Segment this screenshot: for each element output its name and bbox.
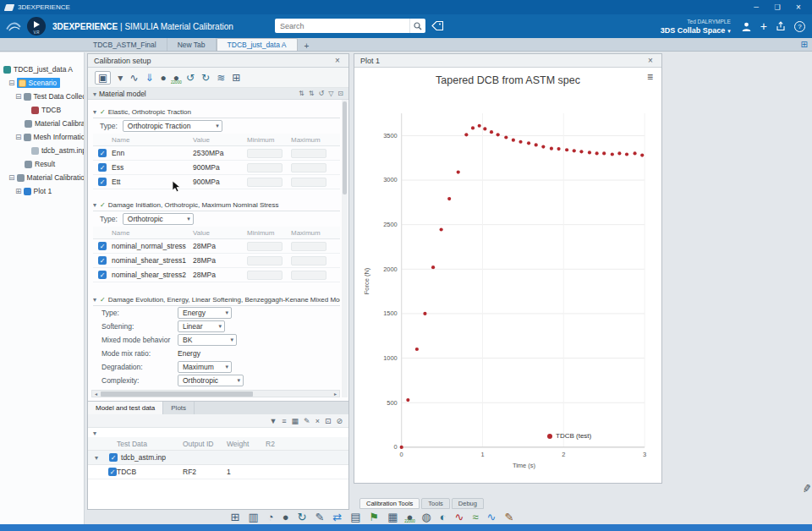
- import-data-icon[interactable]: ⇓: [145, 71, 153, 85]
- mesh-count-icon[interactable]: ●22000: [406, 510, 413, 523]
- minimum-input[interactable]: [247, 178, 283, 187]
- user-space-selector[interactable]: Ted DALRYMPLE 3DS Collab Space: [661, 17, 731, 36]
- tab-tdcb-astm-final[interactable]: TDCB_ASTM_Final: [83, 38, 167, 51]
- mesh-count-icon[interactable]: ●22000: [173, 71, 179, 85]
- tab-tdcb-just-data-a[interactable]: TDCB_just_data A: [217, 38, 298, 51]
- search-button[interactable]: [409, 19, 425, 33]
- param-value[interactable]: 28MPa: [193, 256, 247, 265]
- tree-item-tdcb[interactable]: TDCB: [0, 103, 84, 117]
- vertical-scrollbar[interactable]: [342, 100, 348, 397]
- plot-tab-label[interactable]: Plot 1: [360, 57, 380, 65]
- sphere-icon[interactable]: ●: [283, 510, 289, 523]
- filter-icon[interactable]: ▼: [269, 417, 277, 425]
- expander-icon[interactable]: [8, 174, 15, 182]
- grid-icon[interactable]: ▦: [292, 417, 299, 425]
- redo-icon[interactable]: ↻: [201, 71, 210, 85]
- tab-new-tab[interactable]: New Tab: [167, 38, 217, 51]
- horizontal-scrollbar[interactable]: [91, 390, 340, 397]
- view-mode-caret-icon[interactable]: ▾: [118, 71, 123, 85]
- minimum-input[interactable]: [247, 271, 283, 280]
- expander-icon[interactable]: [15, 93, 22, 101]
- elastic-type-select[interactable]: Orthotropic Traction: [123, 120, 222, 132]
- close-button[interactable]: [790, 2, 807, 14]
- param-value[interactable]: 28MPa: [193, 242, 247, 250]
- create-plot-icon[interactable]: ≋: [217, 71, 225, 85]
- softening-select[interactable]: Linear: [178, 320, 225, 332]
- close-icon[interactable]: [645, 56, 656, 65]
- reset-icon[interactable]: ↺: [318, 90, 324, 97]
- param-value[interactable]: 900MPa: [193, 163, 247, 172]
- complexity-select[interactable]: Orthotropic: [178, 375, 244, 386]
- remove-icon[interactable]: ×: [315, 417, 320, 425]
- maximum-input[interactable]: [291, 256, 326, 266]
- tab-calibration-tools[interactable]: Calibration Tools: [359, 498, 420, 509]
- maximum-input[interactable]: [291, 178, 326, 187]
- tab-model-and-test-data[interactable]: Model and test data: [88, 402, 163, 414]
- row-checkbox[interactable]: [98, 149, 107, 157]
- chart-menu-icon[interactable]: [647, 71, 653, 83]
- delete-icon[interactable]: ⊘: [336, 417, 343, 425]
- minimum-input[interactable]: [247, 163, 283, 172]
- refresh-icon[interactable]: ↻: [298, 510, 307, 523]
- param-value[interactable]: 28MPa: [193, 271, 247, 279]
- globe-icon[interactable]: ◐: [440, 510, 447, 523]
- curve-blue-icon[interactable]: ∿: [487, 510, 497, 523]
- matrix-icon[interactable]: ▦: [387, 510, 398, 523]
- maximum-input[interactable]: [291, 271, 326, 280]
- tree-item-root[interactable]: TDCB_just_data A: [0, 63, 84, 76]
- maximize-button[interactable]: [769, 2, 786, 14]
- row-checkbox[interactable]: [98, 271, 107, 279]
- copy-icon[interactable]: ⊡: [337, 90, 343, 97]
- expander-icon[interactable]: [8, 79, 15, 87]
- table-icon[interactable]: ⊞: [231, 510, 240, 523]
- plot-tool-icon[interactable]: ∿: [129, 71, 138, 85]
- maximum-input[interactable]: [291, 149, 326, 158]
- annotate-chart-icon[interactable]: ✎: [315, 510, 324, 523]
- tab-tools[interactable]: Tools: [421, 498, 450, 509]
- scroll-left-icon[interactable]: [92, 391, 100, 397]
- row-checkbox[interactable]: [98, 178, 107, 186]
- minimum-input[interactable]: [247, 149, 283, 158]
- flag-icon[interactable]: ⚑: [370, 510, 380, 523]
- maximum-input[interactable]: [291, 242, 326, 251]
- expander-icon[interactable]: [15, 188, 22, 195]
- sphere2-icon[interactable]: ◍: [421, 510, 431, 523]
- evolution-type-select[interactable]: Energy: [178, 307, 232, 319]
- tree-item-material-calibration[interactable]: Material Calibration: [0, 117, 84, 130]
- minimum-input[interactable]: [247, 256, 283, 266]
- row-checkbox[interactable]: [98, 242, 107, 250]
- scroll-right-icon[interactable]: [332, 391, 339, 397]
- filter-icon[interactable]: ▽: [328, 90, 333, 97]
- tree-item-tdcb-astm-inp[interactable]: tdcb_astm.inp: [0, 144, 84, 157]
- sort-ascending-icon[interactable]: ⇅: [299, 90, 304, 97]
- restore-panels-icon[interactable]: ⊞: [801, 40, 808, 49]
- share-icon[interactable]: [776, 21, 786, 31]
- list-icon[interactable]: ≡: [282, 417, 286, 425]
- tree-item-scenario[interactable]: Scenario: [0, 76, 84, 90]
- scrollbar-thumb[interactable]: [101, 391, 253, 397]
- output-id[interactable]: RF2: [183, 468, 227, 476]
- tree-item-material-calibration-2[interactable]: Material Calibration: [0, 171, 84, 184]
- search-input[interactable]: [275, 19, 409, 33]
- collapse-icon[interactable]: [93, 201, 99, 209]
- tree-item-mesh-information[interactable]: Mesh Information C...: [0, 130, 84, 144]
- collapse-icon[interactable]: [93, 90, 99, 98]
- view-mode-selector-icon[interactable]: ▣: [95, 71, 111, 85]
- data-table-icon[interactable]: ⊞: [232, 71, 240, 85]
- add-content-icon[interactable]: [760, 19, 767, 33]
- copy-icon[interactable]: ⊡: [325, 417, 332, 425]
- row-checkbox[interactable]: [108, 468, 117, 476]
- minimum-input[interactable]: [247, 242, 283, 251]
- tree-item-result[interactable]: Result: [0, 157, 84, 171]
- collapse-icon[interactable]: [93, 296, 99, 304]
- initiation-type-select[interactable]: Orthotropic: [123, 213, 194, 225]
- tree-item-plot-1[interactable]: Plot 1: [0, 184, 84, 198]
- test-data-group-row[interactable]: tdcb_astm.inp: [88, 451, 348, 465]
- compass-play-icon[interactable]: V.R: [27, 17, 46, 36]
- degradation-select[interactable]: Maximum: [178, 361, 232, 373]
- collapse-icon[interactable]: [93, 108, 99, 116]
- weight-value[interactable]: 1: [227, 468, 266, 476]
- minimize-button[interactable]: [748, 2, 765, 14]
- mixed-mode-behavior-select[interactable]: BK: [178, 334, 237, 346]
- param-value[interactable]: 900MPa: [193, 178, 247, 186]
